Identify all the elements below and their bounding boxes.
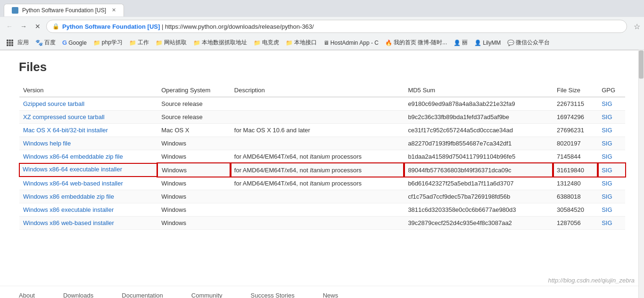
bookmark-lilymm[interactable]: 👤 LilyMM bbox=[471, 39, 504, 47]
description-cell bbox=[231, 203, 405, 217]
forward-button[interactable]: → bbox=[18, 21, 29, 32]
bookmark-wechat[interactable]: 💬 微信公众平台 bbox=[504, 38, 553, 48]
bookmark-hostadmin[interactable]: 🖥 HostAdmin App - C bbox=[321, 39, 381, 47]
version-cell: Windows x86 web-based installer bbox=[19, 217, 157, 230]
version-link[interactable]: Windows x86-64 executable installer bbox=[23, 166, 122, 173]
os-cell: Windows bbox=[157, 163, 231, 177]
sig-link[interactable]: SIG bbox=[602, 153, 612, 160]
watermark: http://blog.csdn.net/qiujin_zebra bbox=[548, 277, 635, 284]
weibo-icon: 🔥 bbox=[385, 40, 392, 46]
url-text: Python Software Foundation [US] | https:… bbox=[62, 23, 621, 30]
bookmark-label: php学习 bbox=[102, 39, 123, 47]
md5-cell: b9c2c36c33fb89bda1fefd37ad5af9be bbox=[404, 111, 553, 124]
footer-success[interactable]: Success Stories bbox=[251, 292, 295, 298]
scrollbar-thumb[interactable] bbox=[639, 50, 644, 79]
filesize-cell: 16974296 bbox=[553, 111, 598, 124]
os-cell: Windows bbox=[157, 190, 231, 203]
bookmark-li[interactable]: 👤 丽 bbox=[451, 38, 471, 48]
version-link[interactable]: Gzipped source tarball bbox=[23, 100, 84, 107]
table-row: Windows help fileWindowsa82270d7193f9fb8… bbox=[19, 137, 625, 150]
footer-about[interactable]: About bbox=[19, 292, 35, 298]
bookmark-esports[interactable]: 📁 电竞虎 bbox=[251, 38, 282, 48]
bookmark-local-data[interactable]: 📁 本地数据抓取地址 bbox=[190, 38, 250, 48]
bookmark-label: 电竞虎 bbox=[262, 39, 279, 47]
site-name: Python Software Foundation [US] bbox=[62, 23, 160, 30]
table-row: Windows x86-64 web-based installerWindow… bbox=[19, 177, 625, 190]
os-cell: Windows bbox=[157, 203, 231, 217]
bookmark-work[interactable]: 📁 工作 bbox=[126, 38, 152, 48]
description-cell: for Mac OS X 10.6 and later bbox=[231, 124, 405, 137]
version-link[interactable]: Mac OS X 64-bit/32-bit installer bbox=[23, 127, 108, 134]
footer-community[interactable]: Community bbox=[191, 292, 223, 298]
col-header-description: Description bbox=[231, 84, 405, 97]
version-link[interactable]: Windows help file bbox=[23, 140, 71, 147]
version-link[interactable]: Windows x86 embeddable zip file bbox=[23, 193, 114, 200]
filesize-cell: 8020197 bbox=[553, 137, 598, 150]
bookmark-label: 本地接口 bbox=[294, 39, 317, 47]
md5-cell: cf1c75ad7ccf9dec57ba7269198fd56b bbox=[404, 190, 553, 203]
reload-button[interactable]: ✕ bbox=[32, 21, 43, 32]
description-cell: for AMD64/EM64T/x64, not Itanium process… bbox=[231, 150, 405, 164]
version-link[interactable]: Windows x86 web-based installer bbox=[23, 219, 114, 226]
bookmark-label: 我的首页 微博-随时... bbox=[394, 39, 447, 47]
bookmark-label: LilyMM bbox=[483, 40, 501, 46]
folder-icon: 📁 bbox=[93, 40, 100, 46]
page-content: Files Version Operating System Descripti… bbox=[0, 50, 644, 286]
back-button[interactable]: ← bbox=[4, 21, 15, 32]
sig-link[interactable]: SIG bbox=[602, 167, 612, 174]
md5-cell: a82270d7193f9fb8554687e7ca342df1 bbox=[404, 137, 553, 150]
footer-news[interactable]: News bbox=[323, 292, 339, 298]
version-link[interactable]: Windows x86-64 web-based installer bbox=[23, 180, 123, 187]
bookmark-baidu[interactable]: 🐾 百度 bbox=[33, 38, 58, 48]
version-cell: Mac OS X 64-bit/32-bit installer bbox=[19, 124, 157, 137]
filesize-cell: 1287056 bbox=[553, 217, 598, 230]
page-title: Files bbox=[19, 60, 625, 74]
version-link[interactable]: XZ compressed source tarball bbox=[23, 113, 105, 121]
address-bar[interactable]: 🔒 Python Software Foundation [US] | http… bbox=[46, 20, 627, 33]
description-cell bbox=[231, 137, 405, 150]
sig-link[interactable]: SIG bbox=[602, 180, 612, 187]
filesize-cell: 1312480 bbox=[553, 177, 598, 190]
sig-link[interactable]: SIG bbox=[602, 127, 612, 134]
user-icon: 👤 bbox=[454, 40, 461, 46]
scrollbar-track[interactable] bbox=[638, 50, 644, 298]
folder-icon: 📁 bbox=[254, 40, 261, 46]
version-link[interactable]: Windows x86-64 embeddable zip file bbox=[23, 153, 123, 160]
version-cell: Gzipped source tarball bbox=[19, 97, 157, 111]
table-row: Windows x86-64 executable installerWindo… bbox=[19, 163, 625, 177]
sig-link[interactable]: SIG bbox=[602, 219, 612, 226]
bookmark-local-api[interactable]: 📁 本地接口 bbox=[283, 38, 320, 48]
description-cell: for AMD64/EM64T/x64, not Itanium process… bbox=[231, 163, 405, 177]
bookmark-star-button[interactable]: ☆ bbox=[634, 22, 640, 31]
sig-link[interactable]: SIG bbox=[602, 206, 612, 213]
tab-close-button[interactable]: ✕ bbox=[112, 7, 116, 13]
url-path: https://www.python.org/downloads/release… bbox=[165, 23, 314, 30]
description-cell bbox=[231, 217, 405, 230]
version-link[interactable]: Windows x86 executable installer bbox=[23, 206, 114, 213]
folder-icon: 📁 bbox=[286, 40, 293, 46]
bookmark-php[interactable]: 📁 php学习 bbox=[91, 38, 125, 48]
wechat-icon: 💬 bbox=[507, 40, 514, 46]
md5-cell: b6d61642327f25a5ebd1a7f11a6d3707 bbox=[404, 177, 553, 190]
table-row: Windows x86 web-based installerWindows39… bbox=[19, 217, 625, 230]
sig-link[interactable]: SIG bbox=[602, 140, 612, 147]
filesize-cell: 22673115 bbox=[553, 97, 598, 111]
sig-link[interactable]: SIG bbox=[602, 113, 612, 121]
sig-link[interactable]: SIG bbox=[602, 193, 612, 200]
footer-documentation[interactable]: Documentation bbox=[122, 292, 163, 298]
table-row: Gzipped source tarballSource releasee918… bbox=[19, 97, 625, 111]
apps-grid-icon bbox=[7, 40, 13, 46]
gpg-cell: SIG bbox=[598, 177, 625, 190]
browser-chrome: Python Software Foundation [US] ✕ ← → ✕ … bbox=[0, 0, 644, 50]
sig-link[interactable]: SIG bbox=[602, 100, 612, 107]
bookmark-weibo[interactable]: 🔥 我的首页 微博-随时... bbox=[382, 38, 450, 48]
tab-favicon bbox=[12, 7, 18, 14]
col-header-os: Operating System bbox=[157, 84, 231, 97]
bookmark-apps[interactable]: 应用 bbox=[4, 38, 32, 48]
bookmark-google[interactable]: G Google bbox=[59, 38, 90, 47]
table-row: Windows x86 embeddable zip fileWindowscf… bbox=[19, 190, 625, 203]
bookmark-crawl[interactable]: 📁 网站抓取 bbox=[153, 38, 190, 48]
footer-downloads[interactable]: Downloads bbox=[63, 292, 93, 298]
table-row: XZ compressed source tarballSource relea… bbox=[19, 111, 625, 124]
active-tab[interactable]: Python Software Foundation [US] ✕ bbox=[4, 4, 124, 16]
